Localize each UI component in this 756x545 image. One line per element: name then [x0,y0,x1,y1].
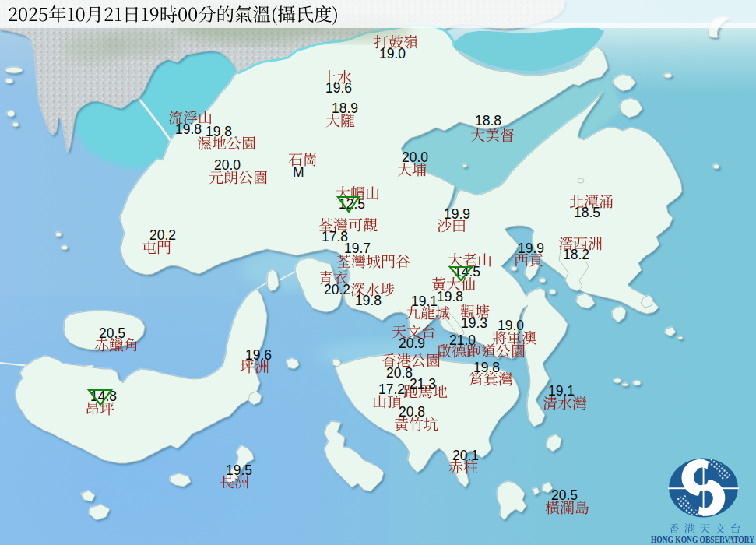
svg-text:19.8: 19.8 [355,293,382,308]
svg-text:19.8: 19.8 [206,124,232,139]
svg-text:19.1: 19.1 [548,383,575,399]
svg-text:19.0: 19.0 [498,318,524,333]
svg-text:20.8: 20.8 [399,404,425,420]
svg-text:21.0: 21.0 [449,332,476,348]
svg-text:19.6: 19.6 [245,347,272,363]
svg-text:20.5: 20.5 [551,487,578,503]
svg-text:17.2: 17.2 [378,382,405,397]
svg-text:19.6: 19.6 [325,80,352,96]
svg-text:18.2: 18.2 [563,247,589,262]
svg-text:19.8: 19.8 [473,360,500,375]
svg-text:M: M [293,164,304,180]
svg-text:19.5: 19.5 [226,462,252,478]
svg-text:20.0: 20.0 [402,149,428,165]
svg-text:19.3: 19.3 [461,315,487,331]
svg-text:20.1: 20.1 [452,448,479,463]
svg-text:18.9: 18.9 [332,100,358,116]
svg-text:18.8: 18.8 [475,113,501,128]
svg-text:19.1: 19.1 [411,294,438,309]
svg-text:HONG KONG OBSERVATORY: HONG KONG OBSERVATORY [651,534,754,545]
svg-text:20.8: 20.8 [386,365,413,381]
svg-text:20.9: 20.9 [399,336,425,351]
svg-text:20.5: 20.5 [99,325,125,341]
svg-text:19.9: 19.9 [518,241,544,256]
svg-text:19.8: 19.8 [175,121,202,137]
svg-text:19.0: 19.0 [379,46,406,62]
svg-text:21.3: 21.3 [410,376,436,392]
svg-text:20.2: 20.2 [324,282,350,297]
svg-text:19.7: 19.7 [344,241,371,256]
svg-text:20.0: 20.0 [214,157,241,173]
svg-text:18.5: 18.5 [574,205,600,220]
svg-text:19.8: 19.8 [437,289,463,304]
svg-text:19.9: 19.9 [444,206,470,222]
svg-text:20.2: 20.2 [149,227,176,243]
